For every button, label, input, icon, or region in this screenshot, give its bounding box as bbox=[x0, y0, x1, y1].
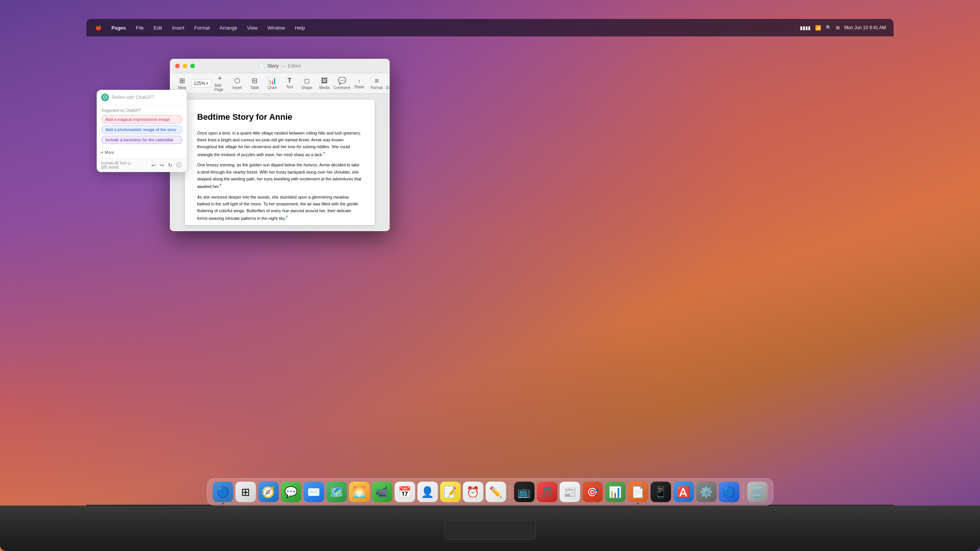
format-icon: ≡ bbox=[375, 77, 379, 85]
appstore-icon: 🅰️ bbox=[677, 486, 690, 498]
dock-item-launchpad[interactable]: ⊞ bbox=[235, 482, 256, 502]
control-center-icon[interactable]: ⊞ bbox=[836, 25, 840, 30]
system-prefs-icon: ⚙️ bbox=[700, 486, 713, 498]
table-label: Table bbox=[250, 86, 259, 90]
pages-active-dot bbox=[637, 503, 639, 504]
music-icon: 🎵 bbox=[540, 486, 554, 498]
datetime: Mon Jun 10 9:41 AM bbox=[844, 25, 886, 30]
toolbar-zoom[interactable]: 125% ▾ bbox=[191, 79, 211, 87]
dock-item-notes[interactable]: 📝 bbox=[440, 482, 461, 502]
dock-item-mail[interactable]: ✉️ bbox=[304, 482, 324, 502]
close-button[interactable] bbox=[175, 64, 180, 68]
dock-item-numbers[interactable]: 📊 bbox=[605, 482, 625, 502]
chatgpt-input-placeholder[interactable]: Refine with ChatGPT bbox=[112, 95, 182, 100]
chatgpt-header: Refine with ChatGPT bbox=[97, 90, 187, 105]
dock-item-safari[interactable]: 🧭 bbox=[258, 482, 278, 502]
dock-item-trash[interactable]: 🗑️ bbox=[747, 482, 768, 502]
toolbar-format[interactable]: ≡ Format bbox=[369, 75, 385, 91]
suggestion-impressionist[interactable]: Add a magical impressionist image bbox=[101, 115, 182, 124]
undo-button[interactable]: ↩ bbox=[151, 162, 157, 169]
insert-label: Insert bbox=[232, 86, 242, 90]
toolbar-comment[interactable]: 💬 Comment bbox=[334, 75, 350, 91]
safari-icon: 🧭 bbox=[262, 486, 275, 498]
window-controls bbox=[175, 64, 195, 68]
maximize-button[interactable] bbox=[190, 64, 195, 68]
messages-icon: 💬 bbox=[284, 486, 298, 498]
chart-label: Chart bbox=[267, 86, 276, 90]
window-menu[interactable]: Window bbox=[266, 24, 286, 32]
dock-separator-1 bbox=[510, 484, 510, 499]
chatgpt-panel: Refine with ChatGPT Suggested by ChatGPT… bbox=[97, 90, 187, 172]
document-page[interactable]: Bedtime Story for Annie Once upon a time… bbox=[185, 100, 375, 225]
menubar-icons: ▮▮▮▮ 📶 🔍 ⊞ Mon Jun 10 9:41 AM bbox=[800, 25, 886, 31]
dock-item-music[interactable]: 🎵 bbox=[537, 482, 557, 502]
toolbar-insert[interactable]: ⬡ Insert bbox=[229, 75, 246, 91]
document-label: Document bbox=[385, 86, 390, 90]
search-icon[interactable]: 🔍 bbox=[826, 25, 831, 30]
suggestion-photorealistic[interactable]: Add a photorealistic image of the story bbox=[101, 125, 182, 134]
circle-app-icon: 🔵 bbox=[722, 486, 735, 498]
add-page-label: Add Page bbox=[215, 83, 225, 92]
dock-item-facetime[interactable]: 📹 bbox=[372, 482, 392, 502]
dock-item-maps[interactable]: 🗺️ bbox=[326, 482, 347, 502]
dock-item-keynote[interactable]: 🎯 bbox=[582, 482, 603, 502]
toolbar-add-page[interactable]: + Add Page bbox=[212, 73, 228, 93]
view-menu[interactable]: View bbox=[246, 24, 259, 32]
share-label: Share bbox=[354, 85, 364, 89]
news-icon: 📰 bbox=[563, 486, 576, 498]
comment-icon: 💬 bbox=[338, 76, 346, 85]
zoom-chevron: ▾ bbox=[206, 81, 208, 85]
dock-item-circle-app[interactable]: 🔵 bbox=[719, 482, 739, 502]
toolbar-view[interactable]: ⊞ View bbox=[173, 75, 190, 91]
window-title: 📄 Story — Edited bbox=[259, 63, 301, 68]
chatgpt-logo bbox=[101, 94, 109, 101]
edit-menu[interactable]: Edit bbox=[152, 24, 163, 32]
trackpad[interactable] bbox=[445, 520, 536, 540]
insert-menu[interactable]: Insert bbox=[170, 24, 186, 32]
dock-item-iphone-mirroring[interactable]: 📱 bbox=[651, 482, 671, 502]
dock-item-pages[interactable]: 📄 bbox=[628, 482, 648, 502]
window-titlebar: 📄 Story — Edited bbox=[170, 59, 390, 73]
apple-menu[interactable]: 🍎 bbox=[94, 24, 103, 32]
toolbar-table[interactable]: ⊟ Table bbox=[247, 75, 263, 91]
refresh-button[interactable]: ↻ bbox=[167, 162, 173, 169]
toolbar-media[interactable]: 🖼 Media bbox=[316, 75, 333, 91]
dock-item-news[interactable]: 📰 bbox=[560, 482, 580, 502]
minimize-button[interactable] bbox=[183, 64, 187, 68]
help-menu[interactable]: Help bbox=[293, 24, 307, 32]
dock-item-freeform[interactable]: ✏️ bbox=[486, 482, 506, 502]
dock-item-contacts[interactable]: 👤 bbox=[417, 482, 438, 502]
add-page-icon: + bbox=[218, 75, 222, 83]
file-menu[interactable]: File bbox=[134, 24, 145, 32]
dock-item-appstore[interactable]: 🅰️ bbox=[673, 482, 694, 502]
more-button[interactable]: ▾ More bbox=[98, 149, 185, 156]
dock-item-messages[interactable]: 💬 bbox=[281, 482, 301, 502]
toolbar-text[interactable]: T Text bbox=[281, 76, 298, 91]
desktop-background bbox=[0, 0, 980, 551]
dock-item-calendar[interactable]: 📅 bbox=[395, 482, 415, 502]
insert-icon: ⬡ bbox=[234, 76, 240, 85]
toolbar-share[interactable]: ↑ Share bbox=[351, 76, 368, 91]
dock-item-tv[interactable]: 📺 bbox=[514, 482, 535, 502]
chart-icon: 📊 bbox=[268, 76, 276, 85]
trash-icon: 🗑️ bbox=[751, 486, 764, 498]
dock-separator-2 bbox=[743, 484, 743, 499]
doc-icon: 📄 bbox=[259, 63, 265, 68]
toolbar-document[interactable]: 📃 Document bbox=[386, 75, 390, 91]
table-icon: ⊟ bbox=[252, 76, 258, 85]
info-button[interactable]: ⓘ bbox=[175, 161, 182, 169]
format-menu[interactable]: Format bbox=[192, 24, 211, 32]
toolbar-chart[interactable]: 📊 Chart bbox=[264, 75, 280, 91]
footer-include-text: Include All Text ◎ bbox=[101, 161, 131, 165]
dock-item-reminders[interactable]: ⏰ bbox=[463, 482, 484, 502]
dock-item-photos[interactable]: 🌅 bbox=[349, 482, 370, 502]
redo-button[interactable]: ↪ bbox=[159, 162, 165, 169]
dock-item-finder[interactable]: 🔵 bbox=[213, 482, 233, 502]
app-name-menu[interactable]: Pages bbox=[110, 24, 127, 32]
toolbar-shape[interactable]: ◻ Shape bbox=[299, 75, 315, 91]
dock-item-system-prefs[interactable]: ⚙️ bbox=[696, 482, 716, 502]
suggestion-backstory[interactable]: Include a backstory for the caterpillar bbox=[101, 136, 182, 144]
paragraph-3: As she ventured deeper into the woods, s… bbox=[197, 194, 363, 222]
arrange-menu[interactable]: Arrange bbox=[218, 24, 239, 32]
pages-icon: 📄 bbox=[631, 486, 644, 498]
